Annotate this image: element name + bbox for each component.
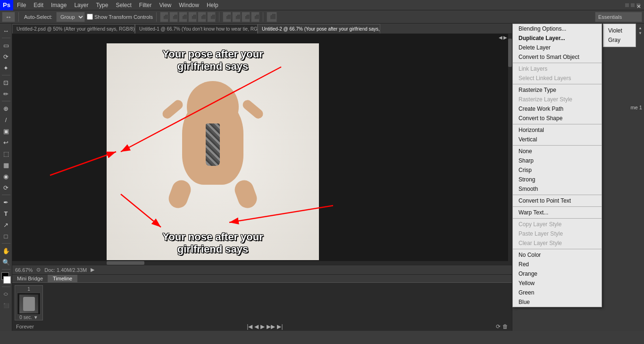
ctx-crisp[interactable]: Crisp — [513, 165, 602, 175]
ctx-smooth[interactable]: Smooth — [513, 184, 602, 194]
scroll-left-arrow[interactable]: ◀ — [499, 35, 502, 40]
ctx-vertical[interactable]: Vertical — [513, 135, 602, 144]
align-left-btn[interactable]: ⬛ — [160, 12, 168, 22]
panel-scroll-down[interactable]: ▼ — [638, 31, 642, 35]
menu-select[interactable]: Select — [112, 1, 135, 9]
dist-center-btn[interactable]: ⬛ — [242, 12, 250, 22]
gradient-tool[interactable]: ▦ — [1, 160, 11, 170]
delete-frame-btn[interactable]: 🗑 — [502, 323, 508, 330]
menu-edit[interactable]: Edit — [30, 1, 47, 9]
ctx-paste-layer-style[interactable]: Paste Layer Style — [513, 229, 602, 238]
dodge-tool[interactable]: ⟳ — [1, 182, 11, 193]
path-tool[interactable]: ↗ — [1, 220, 11, 230]
timeline-tab[interactable]: Timeline — [48, 275, 77, 282]
ctx-horizontal[interactable]: Horizontal — [513, 125, 602, 135]
scrollbar-thumb-v[interactable] — [508, 39, 512, 67]
dist-v-btn[interactable]: ⬛ — [232, 12, 241, 22]
essentials-dropdown[interactable]: Essentials — [595, 12, 642, 22]
healing-tool[interactable]: ⊕ — [1, 103, 11, 114]
panel-scroll-up[interactable]: ▲ — [638, 26, 642, 30]
ctx-violet[interactable]: Violet — [603, 26, 636, 35]
menu-filter[interactable]: Filter — [135, 1, 156, 9]
ctx-sharp[interactable]: Sharp — [513, 156, 602, 165]
ctx-link-layers[interactable]: Link Layers — [513, 64, 602, 74]
magic-wand-tool[interactable]: ✦ — [1, 63, 11, 73]
ctx-clear-layer-style[interactable]: Clear Layer Style — [513, 238, 602, 248]
color-swatch[interactable] — [0, 271, 12, 285]
prev-frame-btn[interactable]: ◀ — [254, 323, 259, 330]
align-middle-btn[interactable]: ⬛ — [198, 12, 206, 22]
next-frame-btn[interactable]: ▶▶ — [267, 323, 275, 330]
menu-view[interactable]: View — [155, 1, 175, 9]
tab-1[interactable]: Untitled-2.psd @ 50% (After your girlfri… — [12, 24, 135, 33]
ctx-yellow[interactable]: Yellow — [513, 278, 602, 288]
menu-file[interactable]: File — [13, 1, 30, 9]
ctx-copy-layer-style[interactable]: Copy Layer Style — [513, 220, 602, 229]
blur-tool[interactable]: ◉ — [1, 171, 11, 181]
last-frame-btn[interactable]: ▶| — [277, 323, 283, 330]
menu-window[interactable]: Window — [175, 1, 203, 9]
align-bottom-btn[interactable]: ⬛ — [207, 12, 216, 22]
pen-tool[interactable]: ✒ — [1, 197, 11, 207]
ctx-orange[interactable]: Orange — [513, 269, 602, 278]
transform-controls-checkbox[interactable] — [87, 14, 93, 20]
marquee-tool[interactable]: ▭ — [1, 40, 11, 50]
ctx-warp-text[interactable]: Warp Text... — [513, 208, 602, 217]
horizontal-scrollbar[interactable] — [12, 261, 508, 265]
hand-tool[interactable]: ✋ — [1, 246, 11, 256]
lasso-tool[interactable]: ⟳ — [1, 51, 11, 62]
dist-gap-btn[interactable]: ⬛ — [251, 12, 259, 22]
arrange-btn[interactable]: ⬛ — [267, 12, 277, 22]
ctx-blue[interactable]: Blue — [513, 297, 602, 307]
ctx-delete-layer[interactable]: Delete Layer — [513, 43, 602, 52]
crop-tool[interactable]: ⊡ — [1, 77, 11, 88]
ctx-select-linked[interactable]: Select Linked Layers — [513, 74, 602, 83]
menu-image[interactable]: Image — [47, 1, 70, 9]
zoom-tool[interactable]: 🔍 — [1, 257, 11, 267]
menu-type[interactable]: Type — [92, 1, 112, 9]
dist-h-btn[interactable]: ⬛ — [223, 12, 231, 22]
brush-tool[interactable]: / — [1, 115, 11, 125]
ctx-no-color[interactable]: No Color — [513, 250, 602, 260]
ctx-rasterize-type[interactable]: Rasterize Type — [513, 85, 602, 95]
eyedropper-tool[interactable]: ✏ — [1, 89, 11, 99]
move-tool[interactable]: ↔ — [1, 25, 11, 36]
mini-bridge-tab[interactable]: Mini Bridge — [12, 275, 48, 282]
first-frame-btn[interactable]: |◀ — [247, 323, 252, 330]
align-right-btn[interactable]: ⬛ — [179, 12, 187, 22]
ctx-none[interactable]: None — [513, 147, 602, 156]
eraser-tool[interactable]: ⬚ — [1, 148, 11, 159]
screen-mode-tool[interactable]: ⬛ — [1, 300, 11, 311]
ctx-convert-smart-object[interactable]: Convert to Smart Object — [513, 52, 602, 62]
ctx-strong[interactable]: Strong — [513, 175, 602, 184]
ctx-convert-shape[interactable]: Convert to Shape — [513, 114, 602, 123]
scroll-right-arrow[interactable]: ▶ — [503, 35, 507, 40]
tab-2[interactable]: Untitled-1 @ 66.7% (You don't know how t… — [135, 24, 258, 33]
ctx-green[interactable]: Green — [513, 288, 602, 297]
type-tool[interactable]: T — [1, 208, 11, 219]
ctx-create-work-path[interactable]: Create Work Path — [513, 104, 602, 114]
play-btn[interactable]: ▶ — [260, 323, 265, 330]
ctx-duplicate-layer[interactable]: Duplicate Layer... — [513, 33, 602, 43]
tab-3[interactable]: Untitled-2 @ 66.7% (Your pose after your… — [258, 24, 380, 33]
minimize-btn[interactable] — [625, 3, 629, 7]
frame-thumbnail[interactable] — [17, 293, 41, 315]
history-tool[interactable]: ↩ — [1, 137, 11, 147]
quick-mask-tool[interactable]: ⬭ — [1, 289, 11, 299]
close-btn[interactable]: ✕ — [636, 3, 640, 7]
ctx-red[interactable]: Red — [513, 260, 602, 269]
background-color[interactable] — [3, 276, 11, 284]
menu-layer[interactable]: Layer — [70, 1, 92, 9]
convert-btn[interactable]: ⟳ — [496, 323, 501, 330]
ctx-gray[interactable]: Gray — [603, 35, 636, 45]
align-top-btn[interactable]: ⬛ — [188, 12, 197, 22]
ctx-blending-options[interactable]: Blending Options... — [513, 24, 602, 33]
shape-tool[interactable]: □ — [1, 231, 11, 241]
ctx-convert-point-text[interactable]: Convert to Point Text — [513, 196, 602, 205]
menu-help[interactable]: Help — [203, 1, 222, 9]
frame-time[interactable]: 0 sec. ▼ — [19, 315, 38, 320]
align-center-btn[interactable]: ⬛ — [169, 12, 178, 22]
ctx-rasterize-style[interactable]: Rasterize Layer Style — [513, 95, 602, 104]
stamp-tool[interactable]: ▣ — [1, 126, 11, 136]
vertical-scrollbar[interactable] — [508, 34, 512, 265]
